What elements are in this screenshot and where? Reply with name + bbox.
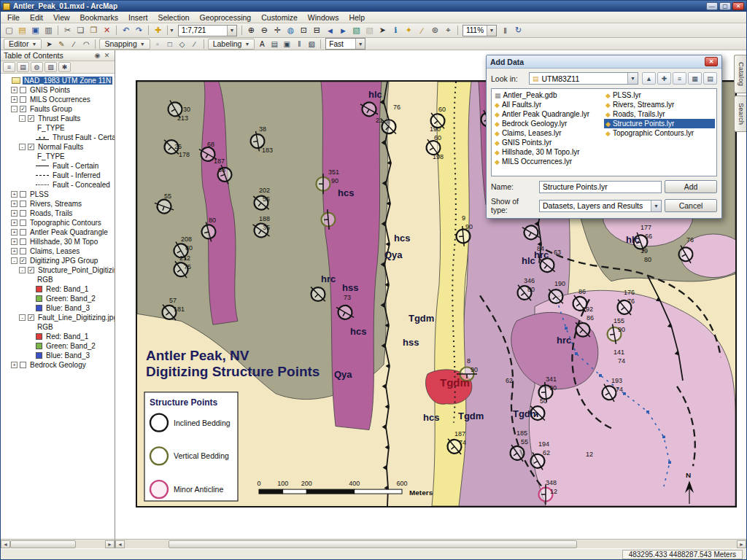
expander-icon[interactable]: +	[11, 191, 18, 198]
menu-help[interactable]: Help	[344, 12, 370, 23]
expander-icon[interactable]: +	[11, 238, 18, 245]
delete-icon[interactable]: ✕	[101, 25, 113, 36]
expander-icon[interactable]: -	[19, 144, 26, 150]
lock-labels-icon[interactable]: ▣	[281, 39, 293, 49]
file-item[interactable]: ◆Topographic Contours.lyr	[604, 128, 715, 138]
expander-icon[interactable]: +	[11, 248, 18, 254]
label-speed-combo[interactable]: Fast▼	[325, 38, 365, 50]
forward-extent-icon[interactable]: ►	[337, 25, 349, 36]
fixed-zoom-in-icon[interactable]: ⊡	[298, 25, 310, 36]
maximize-button[interactable]: ▢	[719, 2, 731, 10]
expander-icon[interactable]: -	[19, 115, 26, 122]
name-input[interactable]: Structure Points.lyr	[539, 181, 662, 193]
layer-checkbox[interactable]	[20, 229, 26, 236]
expander-icon[interactable]: +	[11, 96, 18, 103]
undo-icon[interactable]: ↶	[120, 25, 132, 36]
end-snapping-icon[interactable]: □	[164, 39, 176, 49]
open-icon[interactable]: ▤	[16, 25, 28, 36]
layer-checkbox[interactable]	[20, 219, 26, 226]
dialog-close-icon[interactable]: ✕	[705, 57, 718, 66]
menu-geoprocessing[interactable]: Geoprocessing	[195, 12, 257, 23]
expander-icon[interactable]: +	[11, 87, 18, 93]
list-by-drawing-order-icon[interactable]: ≡	[3, 62, 15, 72]
expander-icon[interactable]: +	[11, 362, 18, 368]
toc-item[interactable]: -✓Digitizing JPG Group	[1, 256, 115, 265]
select-features-icon[interactable]: ▧	[350, 25, 363, 36]
clear-selection-icon[interactable]: ▧	[363, 25, 376, 36]
toc-item[interactable]: +Rivers, Streams	[1, 199, 115, 209]
toc-item[interactable]: -✓Faults Group	[1, 104, 115, 114]
layer-checkbox[interactable]: ✓	[28, 267, 34, 273]
go-to-xy-icon[interactable]: ⌖	[442, 25, 454, 36]
file-item[interactable]: ▦Antler_Peak.gdb	[493, 90, 604, 100]
view-unplaced-icon[interactable]: ▧	[306, 39, 317, 49]
toc-item[interactable]: +Hillshade, 30 M Topo	[1, 237, 115, 246]
toc-item[interactable]: +Bedrock Geology	[1, 360, 115, 370]
editor-menu-button[interactable]: Editor▼	[4, 39, 42, 50]
identify-icon[interactable]: ℹ	[390, 25, 402, 36]
pin-icon[interactable]: ◉	[93, 51, 102, 60]
fixed-zoom-out-icon[interactable]: ⊟	[311, 25, 323, 36]
layer-checkbox[interactable]	[20, 201, 26, 207]
toc-item[interactable]: Red: Band_1	[1, 284, 115, 294]
pause-drawing-icon[interactable]: ‖	[499, 25, 511, 36]
map-document-area[interactable]: 3021325178683818318768762160761721906019…	[115, 50, 746, 539]
expander-icon[interactable]: +	[11, 229, 18, 236]
label-manager-icon[interactable]: A	[256, 39, 268, 49]
layer-checkbox[interactable]	[20, 238, 26, 245]
add-data-icon[interactable]: ✚	[152, 25, 164, 36]
toc-item[interactable]: Blue: Band_3	[1, 351, 115, 360]
back-extent-icon[interactable]: ◄	[324, 25, 336, 36]
layer-checkbox[interactable]	[20, 210, 26, 217]
expander-icon[interactable]: -	[11, 257, 18, 264]
scroll-left-icon[interactable]: ◄	[115, 540, 125, 548]
edit-tool-icon[interactable]: ➤	[43, 39, 55, 49]
scroll-right-icon[interactable]: ►	[737, 540, 746, 548]
toc-item[interactable]: +Antler Peak Quadrangle	[1, 228, 115, 237]
save-icon[interactable]: ▣	[29, 25, 42, 36]
file-item[interactable]: ◆Structure Points.lyr	[604, 119, 715, 128]
toc-item[interactable]: Thrust Fault - Certain	[1, 133, 115, 142]
layer-checkbox[interactable]: ✓	[20, 106, 26, 112]
find-icon[interactable]: ⊚	[429, 25, 441, 36]
layer-checkbox[interactable]	[20, 248, 26, 254]
catalog-tab[interactable]: Catalog	[734, 55, 746, 93]
file-item[interactable]: ◆PLSS.lyr	[604, 90, 715, 100]
file-item[interactable]: ◆Claims, Leases.lyr	[493, 128, 604, 138]
cancel-button[interactable]: Cancel	[665, 199, 717, 212]
menu-bookmarks[interactable]: Bookmarks	[75, 12, 124, 23]
look-in-combo[interactable]: ▤UTM83Z11 ▼	[529, 72, 638, 85]
expander-icon[interactable]: +	[11, 210, 18, 217]
layer-checkbox[interactable]: ✓	[28, 144, 34, 150]
toc-item[interactable]: Fault - Concealed	[1, 180, 115, 190]
toc-item[interactable]: +Claims, Leases	[1, 246, 115, 256]
list-by-source-icon[interactable]: ▤	[17, 62, 29, 72]
full-extent-icon[interactable]: ◍	[285, 25, 297, 36]
trace-tool-icon[interactable]: ◠	[80, 39, 92, 49]
toc-item[interactable]: NAD_1983 UTM Zone 11N	[1, 76, 115, 85]
add-data-dropdown-icon[interactable]: ▼	[169, 28, 174, 33]
zoom-percent-combo[interactable]: 111%▼	[462, 25, 497, 36]
toc-item[interactable]: -✓Normal Faults	[1, 142, 115, 152]
file-item[interactable]: ◆All Faults.lyr	[493, 100, 604, 109]
toc-item[interactable]: Blue: Band_3	[1, 303, 115, 313]
layer-checkbox[interactable]	[20, 191, 26, 198]
expander-icon[interactable]: -	[19, 267, 26, 273]
toc-item[interactable]: +Topographic Contours	[1, 218, 115, 228]
toc-item[interactable]: RGB	[1, 322, 115, 332]
add-button[interactable]: Add	[665, 180, 717, 193]
file-item[interactable]: ◆Hillshade, 30 M Topo.lyr	[493, 147, 604, 157]
search-tab[interactable]: Search	[734, 96, 746, 132]
file-item[interactable]: ◆Antler Peak Quadrangle.lyr	[493, 109, 604, 119]
close-panel-icon[interactable]: ✕	[102, 51, 112, 60]
menu-file[interactable]: File	[2, 12, 25, 23]
list-view-icon[interactable]: ▦	[688, 72, 702, 85]
layer-checkbox[interactable]: ✓	[28, 314, 34, 321]
snapping-menu-button[interactable]: Snapping▼	[99, 39, 150, 50]
toc-options-icon[interactable]: ✱	[58, 62, 71, 72]
toc-item[interactable]: +MILS Occurrences	[1, 95, 115, 104]
close-button[interactable]: ✕	[732, 2, 744, 10]
refresh-view-icon[interactable]: ↻	[512, 25, 525, 36]
scroll-thumb[interactable]	[10, 540, 76, 548]
toc-item[interactable]: Red: Band_1	[1, 332, 115, 341]
